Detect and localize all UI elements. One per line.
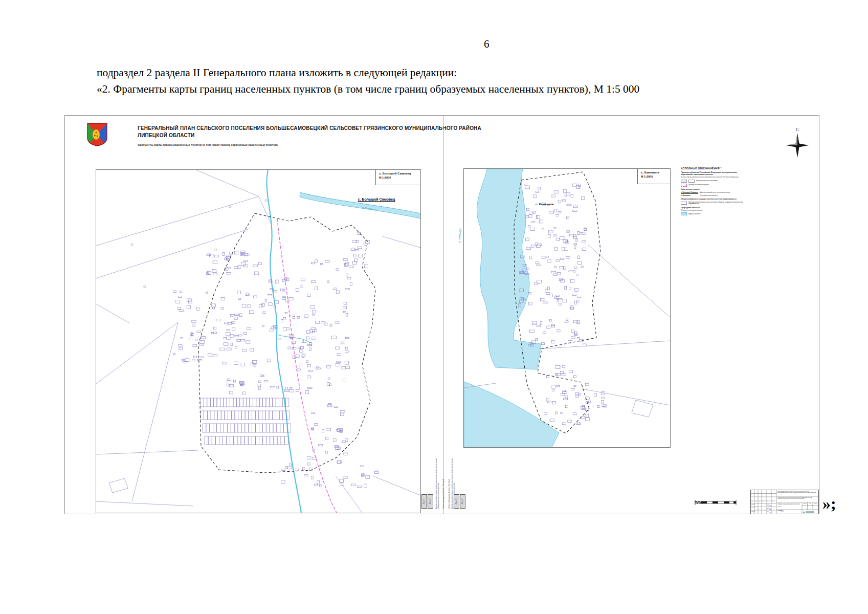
scale-bar (695, 498, 738, 508)
stamp-col-label: Дата (772, 500, 774, 501)
compass-icon: С (785, 126, 810, 159)
stamp-scale: М 1:5000 (777, 510, 793, 512)
boundary-swatch-icon (681, 180, 687, 183)
logo-text-bars (806, 511, 814, 513)
map-drawing-left (96, 170, 420, 513)
legend-locality-name: с. Большой Самовец (681, 191, 698, 193)
sheet-box: Лист 2 (454, 494, 459, 509)
drawing-title: ГЕНЕРАЛЬНЫЙ ПЛАН СЕЛЬСКОГО ПОСЕЛЕНИЯ БОЛ… (138, 125, 598, 139)
map-corner-label: с. Большой Самовец М 1:5000 (375, 170, 420, 185)
stamp-project: Внесение изменений в генеральный план се… (777, 491, 817, 496)
paragraph-line-1: подраздел 2 раздела II Генерального план… (97, 68, 823, 79)
legend-group-egrn: Сведения Единого государственного реестр… (681, 198, 742, 200)
legend-sub: Поверхностные водные объекты (681, 210, 747, 211)
map-name: с. Каменное (641, 171, 670, 174)
sheet-box-label: Лист 2 (456, 499, 458, 505)
settlement-label: с. Большой Самовец (345, 198, 408, 201)
logo-triangle-icon: ▲ (803, 511, 805, 513)
legend-label: Граница сельского поселения (696, 180, 752, 182)
legend-group-nature: Природные объекты (681, 207, 742, 209)
legend-note: Границы единиц административно-территори… (681, 177, 747, 178)
document-page: 6 подраздел 2 раздела II Генерального пл… (0, 0, 868, 614)
map-bolshoy-samovets: с. Большой Самовец р. Матыра с. Большой … (96, 169, 421, 513)
river-label: р. Матыра (457, 228, 461, 243)
north-letter: С (796, 127, 799, 132)
legend-row: Водные объекты (681, 212, 759, 215)
boundary-swatch-icon (688, 180, 695, 183)
legend-locality-name: с. Каменное (681, 194, 698, 196)
map-sheet-frame: ГЕНЕРАЛЬНЫЙ ПЛАН СЕЛЬСКОГО ПОСЕЛЕНИЯ БОЛ… (64, 115, 819, 514)
map-kamennoye: с. Каменное р. Матыра с. Каменное М 1:50… (463, 168, 671, 448)
sheet-box: Лист 1 (421, 494, 427, 509)
legend-locality-desc: Сельский населенный пункт (700, 195, 741, 196)
legend-row: Границы земельных участков, учтенных в Е… (681, 202, 759, 205)
settlement-label: с. Каменное (523, 203, 566, 206)
page-number: 6 (484, 38, 504, 51)
closing-quote: »; (822, 494, 836, 513)
legend-label: Граница населенного пункта (688, 184, 745, 186)
legend-label: Границы земельных участков, учтенных в Е… (688, 202, 745, 205)
legend-row: Граница населенного пункта (681, 184, 759, 187)
drawing-title-line1: ГЕНЕРАЛЬНЫЙ ПЛАН СЕЛЬСКОГО ПОСЕЛЕНИЯ БОЛ… (138, 125, 598, 132)
map-scale: М 1:5000 (641, 175, 670, 178)
map-drawing-right (464, 169, 670, 447)
legend-label: Водные объекты (688, 213, 745, 215)
stamp-stage-label: Стадия (803, 503, 808, 504)
organization-logo: ▲ (803, 510, 818, 513)
legend-group-boundaries: Границы субъектов Российской Федерации, … (681, 171, 742, 176)
water-swatch-icon (681, 212, 687, 215)
legend-title: УСЛОВНЫЕ ОБОЗНАЧЕНИЯ * (681, 167, 759, 170)
stamp-col-label: Лист (759, 500, 761, 501)
sheet-box-label: Лист 1 (424, 499, 426, 505)
stamp-row-label: Разраб. (751, 504, 755, 505)
stamp-col-label: Изм. (751, 500, 753, 501)
stamp-col-label: № док. (762, 500, 765, 501)
sheet-box: Лист 3 (460, 494, 465, 509)
map-scale: М 1:5000 (379, 176, 420, 179)
stamp-sheet-label: Лист (808, 503, 813, 504)
legend-group-localities: Населенные пункты: (681, 188, 742, 190)
legend-row: с. Большой Самовец Административный цент… (681, 191, 759, 193)
stamp-sheets-label: Листов (813, 503, 818, 504)
legend-locality-desc: Административный центр сельского поселен… (700, 192, 741, 193)
drawing-title-line2: ЛИПЕЦКОЙ ОБЛАСТИ (138, 132, 598, 139)
stamp-object: Генеральный план сельского поселения Бол… (777, 497, 817, 502)
stamp-sheet-title: Фрагменты карты границ населенных пункто… (777, 503, 801, 509)
stamp-col-label: Подп. (767, 500, 769, 501)
title-block: Внесение изменений в генеральный план се… (750, 490, 819, 514)
sheet-box-label: Лист 3 (462, 499, 464, 505)
stamp-row-label: Проверил (751, 507, 756, 508)
locality-boundary-swatch-icon (681, 184, 687, 187)
map-corner-label: с. Каменное М 1:5000 (637, 169, 670, 184)
sheet-box: Лист 2 (428, 494, 433, 509)
map-name: с. Большой Самовец (379, 172, 420, 175)
parcel-swatch-icon (681, 202, 687, 205)
stamp-col-label: Кол.уч. (755, 500, 758, 501)
coat-of-arms (86, 122, 108, 147)
stamp-row-label: Н.контр. (751, 511, 755, 512)
drawing-subtitle: Фрагменты карты границ населенных пункто… (138, 143, 526, 146)
legend-row: с. Каменное Сельский населенный пункт (681, 194, 759, 196)
sheet-box-label: Лист 2 (430, 499, 432, 505)
paragraph-line-2: «2. Фрагменты карты границ населенных пу… (97, 84, 823, 95)
legend: УСЛОВНЫЕ ОБОЗНАЧЕНИЯ * Границы субъектов… (681, 167, 759, 216)
legend-row: Граница сельского поселения (681, 180, 759, 183)
